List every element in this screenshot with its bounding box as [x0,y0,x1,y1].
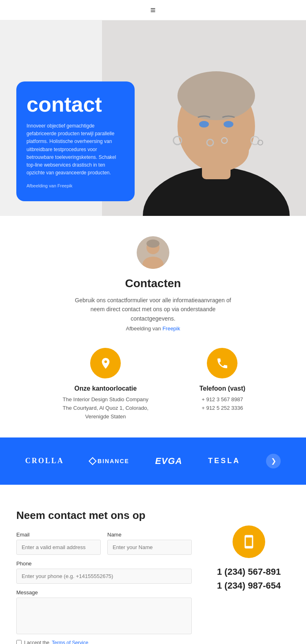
message-input[interactable] [16,598,192,634]
hero-section: contact Innoveer objectief gemachtigde g… [0,20,306,216]
phone-row: Phone [16,560,192,584]
contacts-heading: Contacten [12,277,294,290]
email-input[interactable] [16,540,101,555]
phone-numbers: + 912 3 567 8987 + 912 5 252 3336 [200,396,246,413]
message-group: Message [16,589,192,634]
name-group: Name [107,532,192,555]
message-row: Message [16,589,192,634]
freepik-link[interactable]: Freepik [162,325,180,332]
contact-form-section: Neem contact met ons op Email Name Phone… [0,485,306,644]
brands-next-button[interactable]: ❯ [266,454,281,468]
phone-icon [216,357,229,370]
contact-hero-card: contact Innoveer objectief gemachtigde g… [16,81,135,201]
contacts-section: Contacten Gebruik ons contactformulier v… [0,216,306,437]
tesla-logo: TESLA [208,457,240,465]
email-group: Email [16,532,101,555]
navigation: ≡ [0,0,306,20]
location-icon [99,357,112,370]
terms-checkbox[interactable] [16,640,22,644]
hero-description: Innoveer objectief gemachtigde gefabrice… [27,122,124,177]
contact-phone-block: 1 (234) 567-891 1 (234) 987-654 [208,509,290,594]
office-heading: Onze kantoorlocatie [61,385,151,392]
mobile-phone-icon [242,534,256,549]
email-name-row: Email Name [16,532,192,555]
phone-icon-yellow-circle [233,525,265,558]
contact-info-grid: Onze kantoorlocatie The Interior Design … [12,348,294,421]
form-heading: Neem contact met ons op [16,509,192,522]
evga-logo: EVGA [155,456,182,466]
phone-label: Phone [16,560,192,567]
form-container: Neem contact met ons op Email Name Phone… [16,509,192,644]
hamburger-icon[interactable]: ≡ [151,5,156,15]
office-address: The Interior Design Studio Company The C… [61,396,151,421]
terms-text: I accept the [24,640,49,644]
message-label: Message [16,589,192,596]
phone-icon-circle [207,348,237,378]
location-icon-circle [90,348,121,378]
hero-title: contact [27,94,124,115]
avatar [137,236,169,269]
svg-point-7 [192,130,249,171]
contacts-freepik: Afbeelding van Freepik [12,325,294,332]
name-label: Name [107,532,192,538]
email-label: Email [16,532,101,538]
phone-heading: Telefoon (vast) [200,385,246,392]
office-info: Onze kantoorlocatie The Interior Design … [61,348,151,421]
phone-group: Phone [16,560,192,584]
contact-number-1: 1 (234) 567-891 [217,566,281,578]
svg-point-16 [146,240,160,248]
phone-input[interactable] [16,569,192,584]
crolla-logo: CROLLA [25,457,64,465]
brands-strip: CROLLA BINANCE EVGA TESLA ❯ [0,437,306,485]
svg-point-5 [199,121,209,127]
name-input[interactable] [107,540,192,555]
terms-row: I accept the Terms of Service [16,640,192,644]
contact-number-2: 1 (234) 987-654 [217,580,281,592]
svg-point-4 [177,71,255,120]
svg-point-6 [224,121,233,127]
phone-info: Telefoon (vast) + 912 3 567 8987 + 912 5… [200,348,246,421]
contacts-subtitle: Gebruik ons contactformulier voor alle i… [67,296,239,323]
hero-credit: Afbeelding van Freepik [27,183,73,188]
binance-logo: BINANCE [90,458,129,464]
terms-link[interactable]: Terms of Service [52,640,88,644]
